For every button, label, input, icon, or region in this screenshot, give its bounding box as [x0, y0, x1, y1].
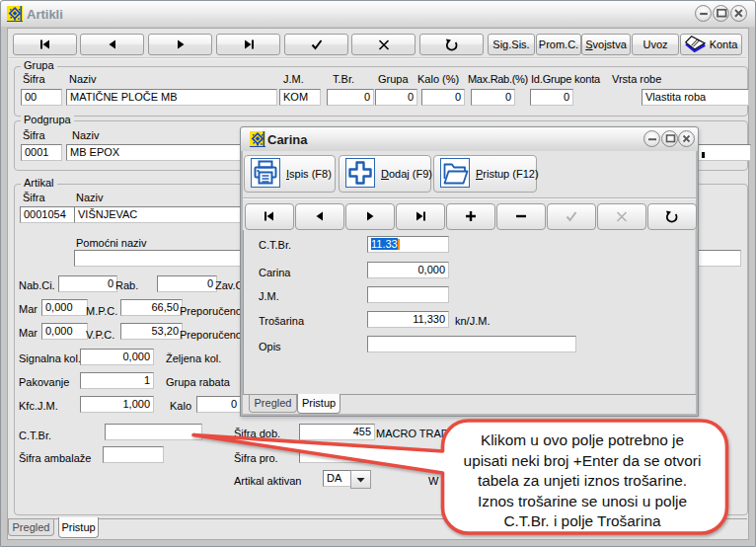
svg-text:Iznos trošarine se unosi u pol: Iznos trošarine se unosi u polje: [478, 493, 687, 509]
svg-text:Klikom u ovo polje potrebno je: Klikom u ovo polje potrebno je: [481, 431, 684, 448]
svg-text:C.T.Br. i polje Trošarina: C.T.Br. i polje Trošarina: [503, 512, 661, 529]
svg-text:tabela za unjeti iznos trošari: tabela za unjeti iznos trošarine.: [478, 472, 687, 489]
svg-text:upisati neki broj +Enter da se: upisati neki broj +Enter da se otvori: [464, 452, 702, 469]
